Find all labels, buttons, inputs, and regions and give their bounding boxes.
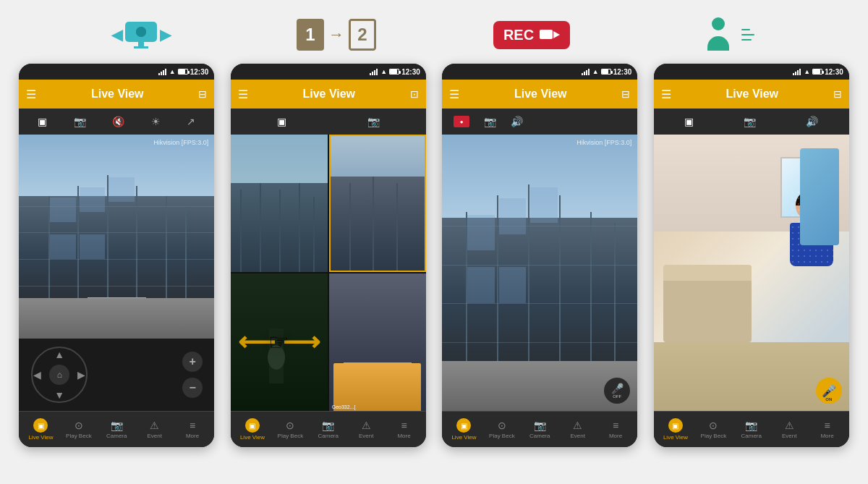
phone1-nav-camera[interactable]: 📷 Camera <box>98 420 135 439</box>
event-label: Event <box>147 433 161 439</box>
phone2-live-label: Live View <box>240 434 265 441</box>
phone1-title: Live View <box>91 88 144 101</box>
sofa-furniture <box>663 273 752 342</box>
phone3-rec-indicator[interactable]: ● <box>454 116 469 127</box>
phone4-live-dot: ▣ <box>668 418 683 433</box>
phone4-nav-live[interactable]: ▣ Live View <box>657 418 694 441</box>
dpad-up-btn[interactable]: ▲ <box>54 349 64 360</box>
phone3-nav-playback[interactable]: ⊙ Play Beck <box>483 420 521 439</box>
phone2-nav-live[interactable]: ▣ Live View <box>234 418 271 441</box>
phone1-building-scene <box>19 135 214 339</box>
phone1-dpad[interactable]: ▲ ▼ ◀ ▶ ⌂ <box>30 346 88 404</box>
phone4-bottom-nav: ▣ Live View ⊙ Play Beck 📷 Camera ⚠ Event… <box>654 411 849 447</box>
battery-icon <box>178 69 188 75</box>
phone1-top-bar[interactable]: ☰ Live View ⊟ <box>19 80 214 109</box>
phone3-camera-icon[interactable]: 📷 <box>484 116 496 127</box>
phone2-event-icon: ⚠ <box>362 420 371 431</box>
person-silhouette-icon <box>699 16 737 54</box>
phone3-title: Live View <box>514 88 567 101</box>
phone2-status-bar: ▲ 12:30 <box>231 64 426 80</box>
phone3-nav-more[interactable]: ≡ More <box>597 420 634 439</box>
phone1-toolbar: ▣ 📷 🔇 ☀ ↗ <box>19 109 214 135</box>
phone1-zoom-controls: + − <box>182 352 203 398</box>
phone4-toolbar-camera-icon[interactable]: 📷 <box>744 116 756 127</box>
phone2-playback-icon: ⊙ <box>286 420 294 431</box>
phone3-menu-icon[interactable]: ☰ <box>449 88 459 101</box>
phone1-nav-more[interactable]: ≡ More <box>174 420 211 439</box>
phone2-toolbar-camera-icon[interactable]: 📷 <box>367 116 380 127</box>
channel-switch-icon: 1 → 2 <box>297 19 376 51</box>
grid-cell-3: ⟵ ⟶ ☞ <box>231 273 328 411</box>
toolbar-brightness-icon[interactable]: ☀ <box>151 116 161 127</box>
phone4-nav-playback[interactable]: ⊙ Play Beck <box>694 420 732 439</box>
phone4-live-icon: ▣ <box>672 422 678 430</box>
phone2-nav-playback[interactable]: ⊙ Play Beck <box>271 420 309 439</box>
phone1-menu-icon[interactable]: ☰ <box>26 88 36 101</box>
phone2-title: Live View <box>302 88 355 101</box>
phone4-grid-icon[interactable]: ⊟ <box>833 88 842 100</box>
phone4-nav-more[interactable]: ≡ More <box>808 420 846 439</box>
phone1-nav-live[interactable]: ▣ Live View <box>22 418 59 441</box>
phone4-nav-event[interactable]: ⚠ Event <box>770 420 808 439</box>
phone4-signal-icon <box>793 68 801 75</box>
phone4-event-icon: ⚠ <box>785 420 794 431</box>
phone3-nav-camera[interactable]: 📷 Camera <box>521 420 558 439</box>
phone2-grid-icon[interactable]: ⊡ <box>410 88 419 100</box>
phone2-more-icon: ≡ <box>401 420 407 431</box>
phone2-nav-event[interactable]: ⚠ Event <box>347 420 385 439</box>
phone3-mic-off-badge[interactable]: 🎤 OFF <box>604 378 630 404</box>
toolbar-video-icon[interactable]: ▣ <box>38 116 47 127</box>
phone3-feed-label: Hikvision [FPS:3.0] <box>576 139 631 146</box>
phone4-toolbar-volume-icon[interactable]: 🔊 <box>806 116 818 127</box>
dpad-left-btn[interactable]: ◀ <box>33 369 41 381</box>
phone3-top-bar[interactable]: ☰ Live View ⊟ <box>442 80 637 109</box>
phone1-camera-feed: Hikvision [FPS:3.0] <box>19 135 214 339</box>
dpad-down-btn[interactable]: ▼ <box>54 389 64 401</box>
phone3-playback-icon: ⊙ <box>498 420 506 431</box>
phone2-live-icon: ▣ <box>249 422 255 430</box>
phone2-toolbar: ▣ 📷 <box>231 109 426 135</box>
phone3-volume-icon[interactable]: 🔊 <box>511 116 523 127</box>
switch-icon-container: 1 → 2 <box>264 13 409 56</box>
phone4-camera-feed: 🎤 ON <box>654 135 849 411</box>
phone2-grid-feed: ⟵ ⟶ ☞ Geo332...[ <box>231 135 426 411</box>
toolbar-camera-icon[interactable]: 📷 <box>74 116 86 127</box>
phone2-camera-label: Camera <box>318 433 339 439</box>
phone3-nav-live[interactable]: ▣ Live View <box>445 418 482 441</box>
phone4-more-label: More <box>820 433 833 439</box>
phone1-nav-event[interactable]: ⚠ Event <box>135 420 173 439</box>
recording-icon: REC <box>493 21 570 49</box>
phone2-menu-icon[interactable]: ☰ <box>238 88 248 101</box>
toolbar-cursor-icon[interactable]: ↗ <box>187 116 195 127</box>
phone4-top-bar[interactable]: ☰ Live View ⊟ <box>654 80 849 109</box>
phone2-top-bar[interactable]: ☰ Live View ⊡ <box>231 80 426 109</box>
zoom-out-btn[interactable]: − <box>182 378 203 398</box>
playback-icon: ⊙ <box>75 420 83 431</box>
live-view-icon: ▣ <box>38 422 44 430</box>
phone4-nav-camera[interactable]: 📷 Camera <box>733 420 770 439</box>
phone4-toolbar: ▣ 📷 🔊 <box>654 109 849 135</box>
playback-label: Play Beck <box>66 433 92 439</box>
phone2-toolbar-video-icon[interactable]: ▣ <box>277 116 286 127</box>
phone4-menu-icon[interactable]: ☰ <box>661 88 671 101</box>
phone4-mic-on-badge[interactable]: 🎤 ON <box>816 378 842 404</box>
phone4-title: Live View <box>726 88 778 101</box>
dpad-right-btn[interactable]: ▶ <box>77 369 85 381</box>
phone3-camera-feed: Hikvision [FPS:3.0] <box>442 135 637 411</box>
phone4-toolbar-video-icon[interactable]: ▣ <box>684 116 694 127</box>
phone4-more-icon: ≡ <box>824 420 830 431</box>
phone1-nav-playback[interactable]: ⊙ Play Beck <box>60 420 98 439</box>
phone4-playback-icon: ⊙ <box>709 420 718 431</box>
phone3-nav-event[interactable]: ⚠ Event <box>558 420 596 439</box>
phone3-grid-icon[interactable]: ⊟ <box>621 88 630 100</box>
toolbar-mute-icon[interactable]: 🔇 <box>112 116 124 127</box>
intercom-icon <box>699 16 754 54</box>
phone1-grid-icon[interactable]: ⊟ <box>198 88 207 100</box>
phone2-more-label: More <box>397 433 410 439</box>
phone2-nav-more[interactable]: ≡ More <box>385 420 422 439</box>
rec-text: REC <box>503 27 534 43</box>
zoom-in-btn[interactable]: + <box>182 352 203 372</box>
phone2-nav-camera[interactable]: 📷 Camera <box>310 420 347 439</box>
phone3-toolbar: ● 📷 🔊 <box>442 109 637 135</box>
mic-on-icon: 🎤 <box>822 384 836 398</box>
